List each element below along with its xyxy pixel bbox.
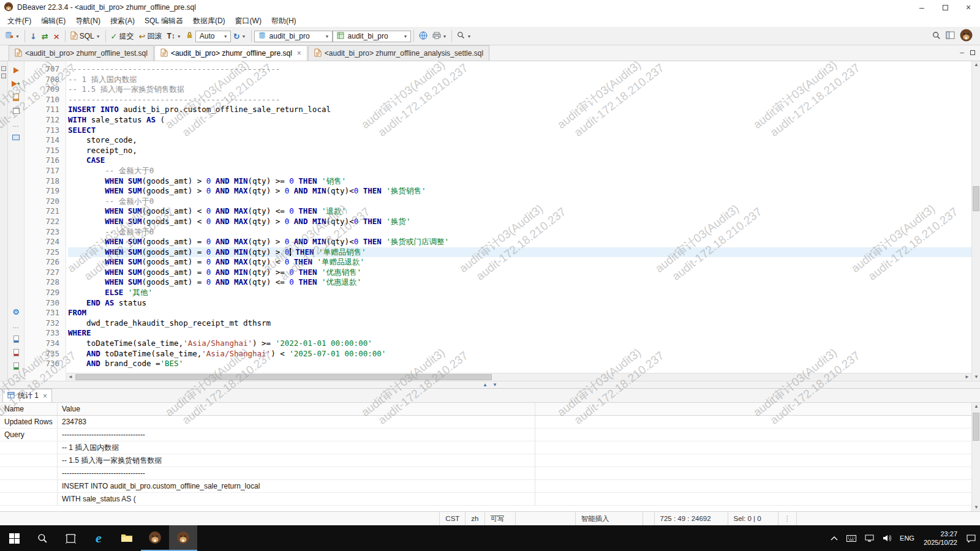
minimize-editor-icon[interactable]: – [960, 48, 964, 57]
code-line-718[interactable]: WHEN SUM(goods_amt) > 0 AND MIN(qty) >= … [68, 176, 971, 187]
maximize-button[interactable] [933, 0, 957, 15]
code-line-713[interactable]: SELECT [68, 126, 971, 136]
code-line-727[interactable]: WHEN SUM(goods_amt) = 0 AND MIN(qty) >= … [68, 268, 971, 278]
tray-chevron-up-icon[interactable] [826, 525, 842, 551]
scroll-left-icon[interactable]: ◄ [66, 373, 75, 381]
browse-globe-button[interactable] [417, 30, 430, 43]
code-line-708[interactable]: -- 1 插入国内数据 [68, 75, 971, 85]
code-line-730[interactable]: END AS status [68, 298, 971, 309]
code-line-736[interactable]: AND brand_code ='BES' [68, 359, 971, 369]
code-line-714[interactable]: store_code, [68, 135, 971, 146]
settings-gear-icon[interactable]: ⚙ [12, 308, 20, 316]
query-history-button[interactable]: ↻ ▼ [231, 31, 249, 42]
results-name-cell[interactable] [0, 454, 58, 467]
rollback-button[interactable]: ↩ 回滚 [137, 30, 165, 43]
menu-item-1[interactable]: 编辑(E) [36, 15, 70, 28]
code-line-715[interactable]: receipt_no, [68, 146, 971, 156]
dbeaver-taskbar-button[interactable] [141, 525, 169, 551]
rail-more-bottom-icon[interactable]: … [12, 321, 20, 329]
code-line-707[interactable]: ----------------------------------------… [68, 64, 971, 75]
statistics-tab[interactable]: 统计 1 × [2, 389, 52, 402]
menu-item-4[interactable]: SQL 编辑器 [140, 15, 188, 28]
script-output-icon[interactable] [13, 335, 19, 343]
task-view-button[interactable] [56, 525, 85, 551]
results-name-cell[interactable] [0, 493, 58, 505]
results-header-name[interactable]: Name [0, 403, 58, 415]
editor-vertical-scrollbar[interactable]: ▲ ▼ [971, 61, 980, 381]
export-button[interactable]: ▼ [430, 31, 450, 42]
sash-collapse-up-icon[interactable]: ▲ [483, 383, 488, 388]
code-line-733[interactable]: WHERE [68, 328, 971, 339]
internet-explorer-button[interactable]: e [85, 525, 113, 551]
dbeaver-taskbar-button-active[interactable] [169, 525, 197, 551]
action-center-icon[interactable] [962, 525, 980, 551]
code-line-721[interactable]: WHEN SUM(goods_amt) < 0 AND MAX(qty) <= … [68, 206, 971, 217]
language-indicator[interactable]: ENG [895, 525, 919, 551]
touch-keyboard-icon[interactable] [842, 525, 861, 551]
code-line-719[interactable]: WHEN SUM(goods_amt) > 0 AND MAX(qty) > 0… [68, 186, 971, 197]
sync-data-button[interactable]: ⇄ [39, 31, 51, 42]
code-line-711[interactable]: INSERT INTO audit_bi_pro.custom_offline_… [68, 105, 971, 115]
menu-item-3[interactable]: 搜索(A) [105, 15, 140, 28]
scroll-down-icon[interactable]: ▼ [972, 373, 980, 381]
search-dropdown-button[interactable]: ▼ [454, 30, 473, 42]
open-output-panel-icon[interactable] [12, 133, 20, 141]
menu-item-7[interactable]: 帮助(H) [266, 15, 301, 28]
scroll-up-icon[interactable]: ▲ [972, 61, 980, 69]
hscroll-thumb[interactable] [75, 374, 492, 380]
script-log-icon[interactable] [13, 348, 19, 356]
new-connection-button[interactable]: ▼ [2, 30, 22, 43]
code-line-728[interactable]: WHEN SUM(goods_amt) = 0 AND MAX(qty) <= … [68, 277, 971, 288]
volume-icon[interactable] [878, 525, 895, 551]
code-line-710[interactable]: ----------------------------------------… [68, 95, 971, 105]
commit-button[interactable]: ✓ 提交 [108, 30, 137, 43]
results-row-0[interactable]: Updated Rows234783 [0, 416, 971, 429]
code-line-709[interactable]: -- 1.5 插入海一家换货销售数据 [68, 84, 971, 95]
execute-sql-icon[interactable] [13, 66, 19, 74]
results-value-cell[interactable]: -- 1.5 插入海一家换货销售数据 [58, 454, 535, 467]
results-name-cell[interactable]: Query [0, 429, 58, 441]
execute-script-icon[interactable] [13, 93, 19, 101]
results-value-cell[interactable]: WITH sale_status AS ( [58, 493, 535, 505]
schema-select[interactable]: audit_bi_pro ▼ [333, 31, 411, 42]
scroll-right-icon[interactable]: ► [963, 373, 971, 381]
autocommit-select[interactable]: Auto ▼ [195, 31, 231, 42]
code-line-729[interactable]: ELSE '其他' [68, 288, 971, 298]
code-line-712[interactable]: WITH sale_status AS ( [68, 115, 971, 126]
results-name-cell[interactable] [0, 441, 58, 454]
execute-sql-new-tab-icon[interactable]: + [12, 80, 20, 88]
results-row-2[interactable]: -- 1 插入国内数据 [0, 441, 971, 454]
code-line-726[interactable]: WHEN SUM(goods_amt) = 0 AND MAX(qty) < 0… [68, 257, 971, 268]
rail-more-icon[interactable]: … [12, 120, 20, 128]
start-button[interactable] [0, 525, 28, 551]
results-row-6[interactable]: WITH sale_status AS ( [0, 493, 971, 506]
maximize-editor-icon[interactable] [970, 48, 975, 57]
cancel-execution-button[interactable]: × [51, 31, 62, 42]
editor-horizontal-scrollbar[interactable]: ◄ ► [66, 373, 971, 381]
results-name-cell[interactable] [0, 467, 58, 479]
sql-code-area[interactable]: ----------------------------------------… [66, 61, 971, 373]
results-value-cell[interactable]: 234783 [58, 416, 535, 428]
perspective-icon[interactable] [946, 31, 955, 41]
restore-navigator-icon[interactable] [1, 66, 6, 71]
results-row-5[interactable]: INSERT INTO audit_bi_pro.custom_offline_… [0, 480, 971, 493]
results-row-4[interactable]: ---------------------------------- [0, 467, 971, 480]
network-icon[interactable] [861, 525, 878, 551]
results-vertical-scrollbar[interactable]: ▲ ▼ [971, 403, 980, 511]
minimize-button[interactable]: – [910, 0, 933, 15]
code-line-724[interactable]: WHEN SUM(goods_amt) = 0 AND MAX(qty) > 0… [68, 237, 971, 247]
tab-close-icon[interactable]: × [297, 49, 301, 58]
autocommit-lock-button[interactable] [184, 30, 195, 42]
code-line-716[interactable]: CASE [68, 156, 971, 166]
results-value-cell[interactable]: INSERT INTO audit_bi_pro.custom_offline_… [58, 480, 535, 492]
menu-item-0[interactable]: 文件(F) [2, 15, 36, 28]
menu-item-5[interactable]: 数据库(D) [188, 15, 230, 28]
results-row-3[interactable]: -- 1.5 插入海一家换货销售数据 [0, 454, 971, 467]
taskbar-search-button[interactable] [28, 525, 56, 551]
menu-item-2[interactable]: 导航(N) [70, 15, 105, 28]
code-line-720[interactable]: -- 金额小于0 [68, 197, 971, 207]
sash-collapse-down-icon[interactable]: ▼ [492, 383, 497, 388]
results-value-cell[interactable]: ---------------------------------- [58, 429, 535, 441]
vscroll-thumb[interactable] [973, 186, 979, 212]
editor-results-sash[interactable]: ▲ ▼ [0, 381, 980, 389]
